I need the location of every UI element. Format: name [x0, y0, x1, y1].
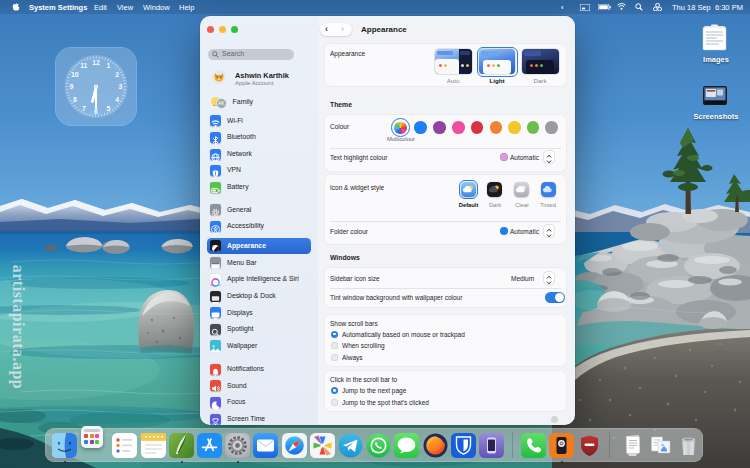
- svg-text:10: 10: [71, 71, 79, 78]
- svg-text:8: 8: [73, 96, 77, 103]
- svg-text:1: 1: [106, 62, 110, 69]
- svg-text:9: 9: [70, 83, 74, 90]
- svg-text:11: 11: [80, 62, 87, 69]
- svg-text:3: 3: [119, 83, 123, 90]
- svg-text:4: 4: [115, 96, 119, 103]
- svg-text:7: 7: [82, 105, 86, 112]
- svg-text:2: 2: [115, 71, 119, 78]
- svg-text:12: 12: [92, 59, 100, 66]
- svg-text:5: 5: [106, 105, 110, 112]
